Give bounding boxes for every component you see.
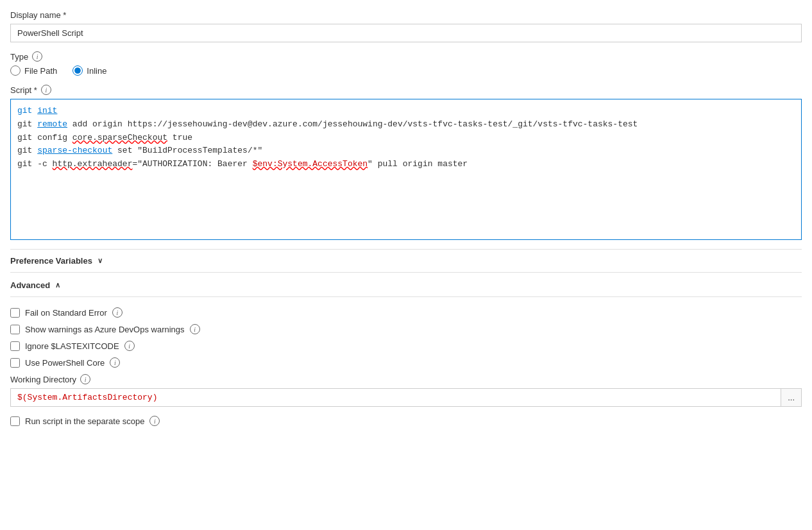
script-line-2: git remote add origin https://jessehouwi… [17,118,795,132]
ignore-lastexitcode-checkbox[interactable] [10,341,20,351]
working-directory-group: Working Directory i ... [10,374,802,407]
fail-on-standard-error-info-icon[interactable]: i [112,307,123,318]
advanced-section-content: Fail on Standard Error i Show warnings a… [10,298,802,435]
radio-file-path-label: File Path [24,66,57,76]
working-directory-browse-button[interactable]: ... [781,388,802,407]
script-line-5: git -c http.extraheader="AUTHORIZATION: … [17,158,795,171]
run-script-separate-scope-label: Run script in the separate scope [25,416,144,426]
display-name-group: Display name * [10,10,802,42]
fail-on-standard-error-checkbox[interactable] [10,308,20,318]
advanced-chevron: ∧ [55,281,60,289]
use-powershell-core-checkbox[interactable] [10,358,20,368]
radio-file-path[interactable]: File Path [10,65,57,76]
script-group: Script * i git init git remote add origi… [10,85,802,240]
show-warnings-label: Show warnings as Azure DevOps warnings [25,325,185,334]
use-powershell-core-group: Use PowerShell Core i [10,357,802,368]
script-line-4: git sparse-checkout set "BuildProcessTem… [17,144,795,158]
working-directory-info-icon[interactable]: i [80,374,90,384]
run-script-separate-scope-info-icon[interactable]: i [149,416,160,426]
preference-variables-section[interactable]: Preference Variables ∨ [10,249,802,273]
script-info-icon[interactable]: i [41,85,51,95]
ignore-lastexitcode-label: Ignore $LASTEXITCODE [25,341,119,351]
ignore-lastexitcode-info-icon[interactable]: i [124,341,135,351]
working-directory-row: ... [10,388,802,407]
radio-inline-input[interactable] [72,65,83,76]
use-powershell-core-info-icon[interactable]: i [110,357,120,368]
script-line-1: git init [17,105,795,118]
show-warnings-checkbox[interactable] [10,325,20,334]
type-info-icon[interactable]: i [32,51,42,62]
radio-inline-label: Inline [87,66,106,76]
show-warnings-info-icon[interactable]: i [190,324,200,334]
working-directory-input[interactable] [10,388,781,407]
run-script-separate-scope-group: Run script in the separate scope i [10,416,802,426]
fail-on-standard-error-label: Fail on Standard Error [25,308,107,318]
type-label: Type i [10,51,802,62]
preference-variables-chevron: ∨ [97,257,103,265]
fail-on-standard-error-group: Fail on Standard Error i [10,307,802,318]
type-radio-group: File Path Inline [10,65,802,76]
display-name-input[interactable] [10,24,802,42]
preference-variables-label: Preference Variables [10,256,92,266]
script-line-3: git config core.sparseCheckout true [17,132,795,145]
type-group: Type i File Path Inline [10,51,802,76]
advanced-section-header[interactable]: Advanced ∧ [10,274,802,297]
script-editor[interactable]: git init git remote add origin https://j… [10,99,802,240]
ignore-lastexitcode-group: Ignore $LASTEXITCODE i [10,341,802,351]
run-script-separate-scope-checkbox[interactable] [10,416,20,426]
script-label: Script * i [10,85,802,95]
show-warnings-group: Show warnings as Azure DevOps warnings i [10,324,802,334]
radio-file-path-input[interactable] [10,65,21,76]
working-directory-label: Working Directory i [10,374,802,384]
use-powershell-core-label: Use PowerShell Core [25,358,105,368]
advanced-label: Advanced [10,280,50,290]
display-name-label: Display name * [10,10,802,20]
radio-inline[interactable]: Inline [72,65,106,76]
